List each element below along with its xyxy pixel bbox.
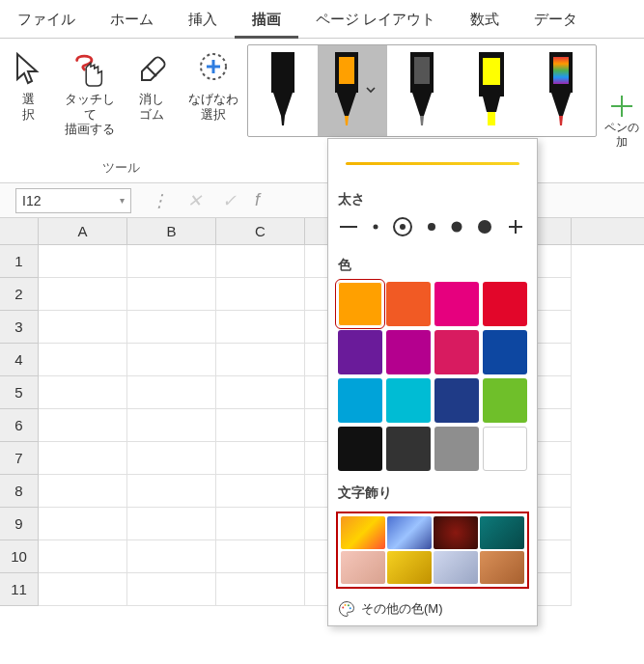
effect-swatch[interactable] <box>480 551 524 584</box>
effect-swatch[interactable] <box>341 516 385 549</box>
thickness-2[interactable] <box>373 217 378 236</box>
pen-add-button[interactable]: ペンの 加 <box>602 39 641 182</box>
cell[interactable] <box>39 278 127 311</box>
cell[interactable] <box>127 278 216 311</box>
color-swatch[interactable] <box>338 378 382 423</box>
cell[interactable] <box>39 409 127 442</box>
pen-0[interactable] <box>248 45 318 136</box>
row-header[interactable]: 3 <box>0 311 39 344</box>
cell[interactable] <box>39 311 127 344</box>
column-header[interactable]: C <box>216 218 305 244</box>
row-header[interactable]: 1 <box>0 245 39 278</box>
row-header[interactable]: 9 <box>0 508 39 540</box>
thickness-4[interactable] <box>427 217 436 236</box>
color-swatch[interactable] <box>386 330 431 374</box>
cell[interactable] <box>39 475 127 508</box>
cell[interactable] <box>39 344 127 376</box>
color-swatch[interactable] <box>386 427 431 471</box>
ribbon-tab-1[interactable]: ホーム <box>93 0 171 39</box>
color-swatch[interactable] <box>338 282 382 326</box>
column-header[interactable]: B <box>127 218 216 244</box>
cell[interactable] <box>216 475 305 508</box>
cell[interactable] <box>127 475 216 508</box>
cell[interactable] <box>39 540 127 573</box>
ribbon-tab-5[interactable]: 数式 <box>453 0 517 39</box>
pen-dropdown[interactable] <box>365 84 377 98</box>
color-swatch[interactable] <box>483 282 527 326</box>
touch-draw-tool[interactable]: タッチして描画する <box>61 43 119 137</box>
effect-swatch[interactable] <box>387 516 432 549</box>
ribbon-tab-6[interactable]: データ <box>517 0 595 39</box>
cell[interactable] <box>127 540 216 573</box>
thickness-6[interactable] <box>477 217 492 236</box>
effect-swatch[interactable] <box>387 551 432 584</box>
color-swatch[interactable] <box>483 378 527 423</box>
effect-swatch[interactable] <box>341 551 385 584</box>
color-swatch[interactable] <box>338 427 382 471</box>
column-header[interactable]: A <box>39 218 127 244</box>
cell[interactable] <box>216 376 305 409</box>
cell[interactable] <box>216 311 305 344</box>
row-header[interactable]: 8 <box>0 475 39 508</box>
confirm-icon[interactable]: ✓ <box>220 190 238 211</box>
cell[interactable] <box>127 508 216 540</box>
cell[interactable] <box>127 409 216 442</box>
cell[interactable] <box>39 573 127 606</box>
cell[interactable] <box>127 376 216 409</box>
cell[interactable] <box>39 508 127 540</box>
color-swatch[interactable] <box>434 378 479 423</box>
pen-3[interactable] <box>457 45 526 136</box>
cell[interactable] <box>127 311 216 344</box>
ribbon-tab-2[interactable]: 挿入 <box>171 0 235 39</box>
pen-1[interactable] <box>318 45 387 136</box>
cell[interactable] <box>127 245 216 278</box>
sheet-area[interactable]: ABCF 1234567891011 <box>0 218 644 606</box>
cell[interactable] <box>216 409 305 442</box>
cell[interactable] <box>216 442 305 475</box>
thickness-3[interactable] <box>392 216 413 237</box>
effect-swatch[interactable] <box>434 516 478 549</box>
ribbon-tab-4[interactable]: ページ レイアウト <box>298 0 453 39</box>
row-header[interactable]: 4 <box>0 344 39 376</box>
effect-swatch[interactable] <box>480 516 524 549</box>
row-header[interactable]: 2 <box>0 278 39 311</box>
cell[interactable] <box>216 540 305 573</box>
pen-2[interactable] <box>387 45 457 136</box>
cell[interactable] <box>127 573 216 606</box>
cell[interactable] <box>216 278 305 311</box>
cancel-icon[interactable]: ✕ <box>185 190 203 211</box>
cell[interactable] <box>39 245 127 278</box>
cell[interactable] <box>127 442 216 475</box>
row-header[interactable]: 7 <box>0 442 39 475</box>
color-swatch[interactable] <box>434 282 479 326</box>
color-swatch[interactable] <box>386 282 431 326</box>
ribbon-tab-3[interactable]: 描画 <box>235 0 298 39</box>
color-swatch[interactable] <box>483 427 527 471</box>
more-colors[interactable]: その他の色(M) <box>328 595 537 625</box>
cell[interactable] <box>39 442 127 475</box>
pen-4[interactable] <box>526 45 596 136</box>
color-swatch[interactable] <box>338 330 382 374</box>
effect-swatch[interactable] <box>434 551 478 584</box>
lasso-tool[interactable]: なげなわ選択 <box>184 43 242 137</box>
cell[interactable] <box>216 344 305 376</box>
color-swatch[interactable] <box>434 330 479 374</box>
cell[interactable] <box>216 245 305 278</box>
name-box[interactable]: I12 ▾ <box>15 188 131 213</box>
color-swatch[interactable] <box>483 330 527 374</box>
row-header[interactable]: 6 <box>0 409 39 442</box>
cell[interactable] <box>127 344 216 376</box>
color-swatch[interactable] <box>434 427 479 471</box>
fx-icon[interactable]: f <box>255 190 260 210</box>
row-header[interactable]: 10 <box>0 540 39 573</box>
row-header[interactable]: 11 <box>0 573 39 606</box>
row-header[interactable]: 5 <box>0 376 39 409</box>
thickness-5[interactable] <box>450 217 463 236</box>
ribbon-tab-0[interactable]: ファイル <box>0 0 93 39</box>
cell[interactable] <box>39 376 127 409</box>
color-swatch[interactable] <box>386 378 431 423</box>
cell[interactable] <box>216 508 305 540</box>
thickness-more[interactable] <box>506 217 525 236</box>
cell[interactable] <box>216 573 305 606</box>
eraser-tool[interactable]: 消しゴム <box>123 43 181 137</box>
